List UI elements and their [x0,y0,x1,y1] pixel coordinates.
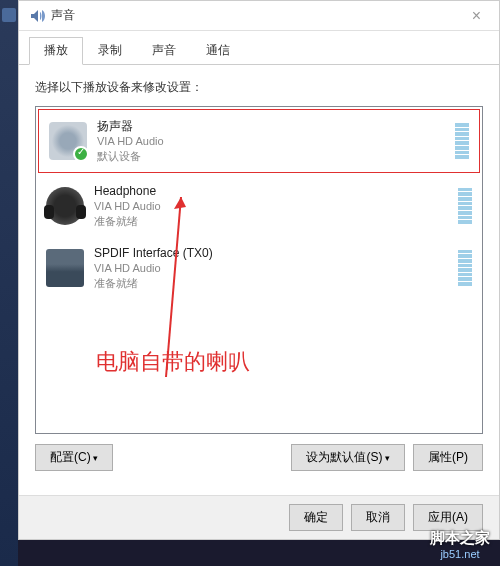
device-list[interactable]: 扬声器 VIA HD Audio 默认设备 Headphone VIA HD A… [35,106,483,434]
level-meter [455,123,469,159]
titlebar: 声音 × [19,1,499,31]
default-check-icon [73,146,89,162]
spdif-icon [46,249,84,287]
apply-button[interactable]: 应用(A) [413,504,483,531]
tab-strip: 播放 录制 声音 通信 [19,31,499,65]
set-default-button[interactable]: 设为默认值(S) [291,444,405,471]
device-status: 默认设备 [97,149,445,164]
device-info: Headphone VIA HD Audio 准备就绪 [94,183,448,229]
tab-sounds[interactable]: 声音 [137,37,191,64]
device-name: SPDIF Interface (TX0) [94,245,448,261]
sound-dialog: 声音 × 播放 录制 声音 通信 选择以下播放设备来修改设置： 扬声器 VIA … [18,0,500,540]
device-driver: VIA HD Audio [94,199,448,214]
sound-icon [29,8,45,24]
desktop-quick-icon [2,8,16,22]
tab-communications[interactable]: 通信 [191,37,245,64]
dialog-footer: 确定 取消 应用(A) [19,495,499,539]
watermark-url: jb51.net [430,548,490,560]
device-info: 扬声器 VIA HD Audio 默认设备 [97,118,445,164]
tab-playback[interactable]: 播放 [29,37,83,65]
tab-recording[interactable]: 录制 [83,37,137,64]
device-name: 扬声器 [97,118,445,134]
device-driver: VIA HD Audio [97,134,445,149]
prompt-text: 选择以下播放设备来修改设置： [35,79,483,96]
annotation-text: 电脑自带的喇叭 [96,347,250,377]
dialog-title: 声音 [51,7,464,24]
watermark: 脚本之家 jb51.net [430,529,490,560]
device-item-spdif[interactable]: SPDIF Interface (TX0) VIA HD Audio 准备就绪 [36,237,482,299]
inner-button-row: 配置(C) 设为默认值(S) 属性(P) [35,434,483,481]
device-info: SPDIF Interface (TX0) VIA HD Audio 准备就绪 [94,245,448,291]
device-driver: VIA HD Audio [94,261,448,276]
desktop-edge [0,0,18,566]
device-name: Headphone [94,183,448,199]
cancel-button[interactable]: 取消 [351,504,405,531]
device-item-speakers[interactable]: 扬声器 VIA HD Audio 默认设备 [38,109,480,173]
device-item-headphone[interactable]: Headphone VIA HD Audio 准备就绪 [36,175,482,237]
watermark-cn: 脚本之家 [430,529,490,548]
device-status: 准备就绪 [94,214,448,229]
close-button[interactable]: × [464,7,489,25]
configure-button[interactable]: 配置(C) [35,444,113,471]
device-status: 准备就绪 [94,276,448,291]
level-meter [458,250,472,286]
speaker-icon [49,122,87,160]
level-meter [458,188,472,224]
headphone-icon [46,187,84,225]
ok-button[interactable]: 确定 [289,504,343,531]
properties-button[interactable]: 属性(P) [413,444,483,471]
tab-content: 选择以下播放设备来修改设置： 扬声器 VIA HD Audio 默认设备 Hea… [19,65,499,495]
